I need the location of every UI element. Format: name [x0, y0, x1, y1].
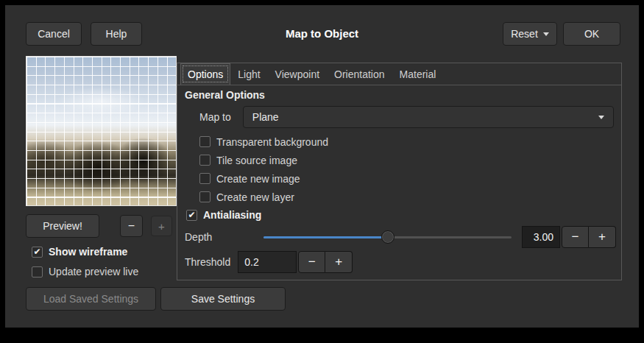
checkbox-icon: ✔: [199, 155, 210, 166]
general-options-heading: General Options: [177, 85, 621, 104]
zoom-out-button[interactable]: −: [120, 215, 143, 237]
check-icon: ✔: [33, 247, 40, 256]
plus-icon: +: [598, 230, 606, 244]
checkbox-icon: ✔: [199, 173, 210, 184]
check-icon: ✔: [188, 211, 195, 219]
preview-button[interactable]: Preview!: [26, 214, 99, 238]
options-panel: Options Light Viewpoint Orientation Mate…: [177, 63, 622, 280]
threshold-increment-button[interactable]: +: [325, 251, 353, 273]
preview-image[interactable]: [26, 56, 177, 206]
depth-increment-button[interactable]: +: [589, 226, 616, 248]
cancel-button[interactable]: Cancel: [26, 22, 82, 46]
minus-icon: −: [128, 219, 135, 233]
show-wireframe-checkbox[interactable]: ✔ Show wireframe: [32, 246, 127, 258]
help-button[interactable]: Help: [91, 22, 142, 46]
tab-material[interactable]: Material: [392, 63, 444, 85]
depth-value[interactable]: 3.00: [522, 226, 560, 248]
map-to-dropdown[interactable]: Plane: [243, 106, 614, 128]
threshold-label: Threshold: [185, 256, 230, 268]
slider-fill: [263, 236, 387, 238]
create-new-image-checkbox[interactable]: ✔ Create new image: [199, 169, 621, 188]
antialiasing-label: Antialiasing: [203, 209, 261, 221]
checkbox-icon: ✔: [32, 266, 43, 277]
tab-options[interactable]: Options: [180, 63, 230, 85]
chevron-down-icon: [543, 32, 549, 36]
tab-viewpoint[interactable]: Viewpoint: [268, 63, 327, 85]
update-preview-live-checkbox[interactable]: ✔ Update preview live: [32, 266, 138, 277]
plus-icon: +: [335, 255, 342, 269]
map-to-label: Map to: [199, 111, 231, 123]
reset-label: Reset: [511, 28, 538, 40]
checkbox-icon: ✔: [199, 136, 210, 147]
depth-label: Depth: [185, 231, 212, 243]
create-new-layer-checkbox[interactable]: ✔ Create new layer: [199, 188, 621, 206]
checkbox-icon: ✔: [199, 191, 210, 202]
map-to-row: Map to Plane: [199, 105, 614, 129]
threshold-input[interactable]: [238, 251, 297, 273]
threshold-decrement-button[interactable]: −: [298, 251, 325, 273]
chevron-down-icon: [598, 116, 604, 119]
minus-icon: −: [572, 230, 579, 244]
transparent-background-checkbox[interactable]: ✔ Transparent background: [199, 132, 621, 151]
update-preview-live-label: Update preview live: [49, 266, 138, 277]
checkbox-icon: ✔: [32, 247, 43, 258]
reset-button[interactable]: Reset: [503, 22, 557, 46]
depth-decrement-button[interactable]: −: [562, 226, 589, 248]
tab-bar: Options Light Viewpoint Orientation Mate…: [177, 63, 621, 85]
ok-button[interactable]: OK: [563, 22, 620, 46]
tile-source-image-checkbox[interactable]: ✔ Tile source image: [199, 151, 621, 169]
threshold-row: Threshold − +: [177, 250, 621, 275]
checkbox-icon: ✔: [186, 210, 197, 221]
map-to-value: Plane: [252, 111, 598, 123]
checkbox-label: Transparent background: [216, 136, 328, 148]
checkbox-label: Create new layer: [216, 191, 294, 203]
save-settings-button[interactable]: Save Settings: [160, 287, 286, 311]
tab-light[interactable]: Light: [230, 63, 267, 85]
map-to-object-dialog: Cancel Help Map to Object Reset OK Previ…: [5, 5, 639, 328]
depth-row: Depth 3.00 − +: [177, 224, 621, 250]
depth-slider[interactable]: [263, 230, 512, 244]
minus-icon: −: [308, 255, 316, 269]
window-frame: Cancel Help Map to Object Reset OK Previ…: [0, 0, 644, 343]
plus-icon: +: [158, 220, 165, 233]
load-saved-settings-button[interactable]: Load Saved Settings: [26, 287, 156, 311]
show-wireframe-label: Show wireframe: [49, 246, 127, 258]
tab-orientation[interactable]: Orientation: [327, 63, 392, 85]
zoom-in-button[interactable]: +: [151, 216, 172, 236]
checkbox-label: Tile source image: [216, 155, 297, 166]
checkbox-label: Create new image: [216, 173, 300, 185]
slider-handle[interactable]: [381, 230, 394, 244]
antialiasing-checkbox[interactable]: ✔ Antialiasing: [186, 206, 621, 224]
